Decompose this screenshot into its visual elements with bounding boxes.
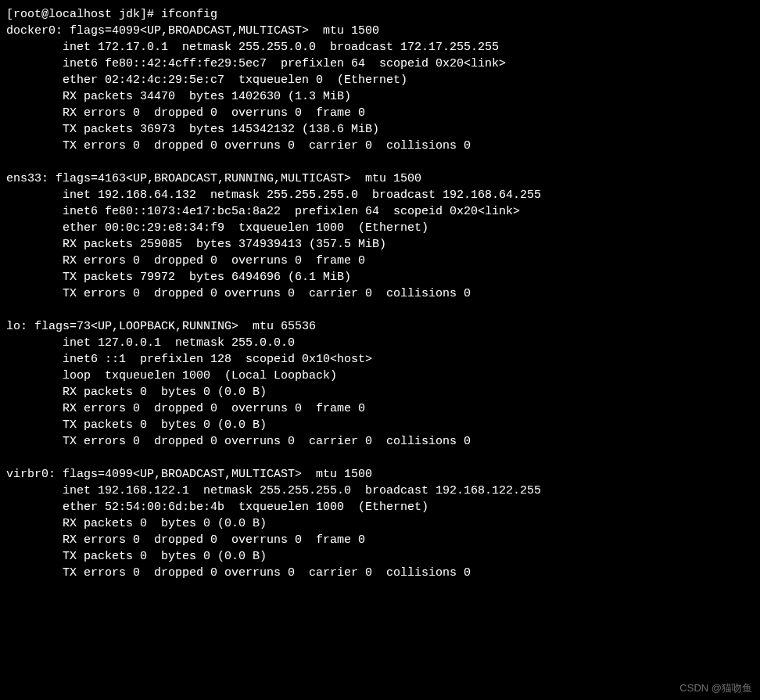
terminal-output[interactable]: [root@localhost jdk]# ifconfig docker0: … [6,6,754,581]
watermark-text: CSDN @猫吻鱼 [679,681,752,695]
